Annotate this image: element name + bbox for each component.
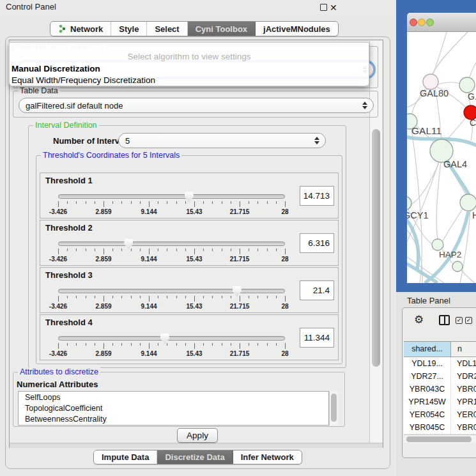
checkbox-icon[interactable]: ✓ xyxy=(465,317,472,324)
tick-label: 2.859 xyxy=(95,208,111,215)
threshold-3-value-field[interactable]: 21.4 xyxy=(300,280,334,300)
node-label-gal4: GAL4 xyxy=(443,159,467,169)
list-item[interactable]: BetweennessCentrality xyxy=(19,413,328,424)
zoom-traffic-light-icon[interactable] xyxy=(426,19,434,26)
tick-label: 15.43 xyxy=(186,208,202,215)
table-row[interactable]: YDL19...YDL1 xyxy=(404,357,476,370)
table-row[interactable]: YBR043CYBR0 xyxy=(404,383,476,395)
numerical-attributes-list[interactable]: SelfLoops TopologicalCoefficient Between… xyxy=(18,391,329,426)
table-panel-title: Table Panel xyxy=(407,296,450,305)
tick-label: 21.715 xyxy=(230,303,250,310)
threshold-1-label: Threshold 1 xyxy=(45,176,93,185)
threshold-4-value-field[interactable]: 11.344 xyxy=(300,328,334,348)
column-header-shared-name[interactable]: shared... xyxy=(404,342,451,357)
table-settings-gear-icon[interactable]: ⚙ xyxy=(414,314,424,326)
bottom-band xyxy=(10,443,383,448)
tick-label: 21.715 xyxy=(230,208,250,215)
attributes-list-scrollbar[interactable] xyxy=(329,391,338,426)
tab-impute-data[interactable]: Impute Data xyxy=(94,450,157,464)
table-panel-body: ⚙ ✓ ✓ shared... n YDL19...YDL1 YDR27...Y… xyxy=(402,307,476,458)
tab-discretize-data[interactable]: Discretize Data xyxy=(157,450,233,464)
node-label-c: C xyxy=(470,118,476,128)
network-graph: GAL80 G. C GAL11 GAL4 GCY1 H HAP2 xyxy=(407,32,476,283)
attributes-group-title: Attributes to discretize xyxy=(18,367,100,376)
tick-label: 28 xyxy=(281,208,288,215)
number-of-intervals-combobox[interactable]: 5 xyxy=(118,133,326,148)
tab-select[interactable]: Select xyxy=(147,22,187,36)
tab-jactivemnodules[interactable]: jActiveMNodules xyxy=(256,22,338,36)
column-header-name[interactable]: n xyxy=(451,342,476,357)
checkbox-icon[interactable]: ✓ xyxy=(456,317,463,324)
node-bottom[interactable] xyxy=(452,261,463,272)
minimize-traffic-light-icon[interactable] xyxy=(418,19,426,26)
threshold-3-row: Threshold 3 -3.426 2.859 9.144 15.43 21.… xyxy=(40,267,339,313)
tick-label: -3.426 xyxy=(49,256,67,263)
list-item[interactable]: SelfLoops xyxy=(19,392,328,403)
main-scrollbar-thumb[interactable] xyxy=(372,129,380,367)
dropdown-option-manual-discretization[interactable]: Manual Discretization xyxy=(12,64,100,73)
threshold-2-slider[interactable] xyxy=(58,242,285,246)
tick-label: 15.43 xyxy=(186,350,202,357)
screenshot-root: Control Panel ✕ Network Style Select Cyn… xyxy=(0,0,476,476)
table-row[interactable]: YBR045CYBR0 xyxy=(404,421,476,434)
threshold-3-slider[interactable] xyxy=(58,289,285,293)
dropdown-option-equal-width[interactable]: Equal Width/Frequency Discretization xyxy=(12,75,155,85)
table-data-group: Table Data galFiltered.sif default node xyxy=(13,91,378,118)
threshold-4-slider[interactable] xyxy=(58,336,285,341)
node-h[interactable] xyxy=(460,194,476,211)
number-of-intervals-value: 5 xyxy=(125,136,130,146)
float-window-icon[interactable] xyxy=(320,4,327,11)
close-traffic-light-icon[interactable] xyxy=(410,19,417,26)
node-label-gal11: GAL11 xyxy=(411,125,441,136)
algorithm-dropdown-popup: Select algorithm to view settings Manual… xyxy=(9,42,369,86)
apply-button[interactable]: Apply xyxy=(177,428,218,443)
tick-label: 2.859 xyxy=(95,303,111,310)
tick-label: 28 xyxy=(281,303,288,310)
threshold-1-slider[interactable] xyxy=(58,194,285,199)
table-data-combobox[interactable]: galFiltered.sif default node xyxy=(19,98,374,113)
threshold-1-value-field[interactable]: 14.713 xyxy=(300,186,334,206)
threshold-3-ticks xyxy=(58,296,285,302)
node-label-hap2: HAP2 xyxy=(439,250,461,259)
list-item[interactable]: TopologicalCoefficient xyxy=(19,403,328,413)
combo-arrows-icon xyxy=(314,137,319,144)
table-row[interactable]: YER054CYER0 xyxy=(404,408,476,421)
tick-label: -3.426 xyxy=(49,350,67,357)
tick-label: 2.859 xyxy=(95,350,111,357)
threshold-1-row: Threshold 1 -3.426 2.859 9.144 15.43 21.… xyxy=(40,173,339,219)
tab-network[interactable]: Network xyxy=(50,22,111,36)
control-panel-title: Control Panel xyxy=(6,2,56,12)
threshold-4-label: Threshold 4 xyxy=(45,318,93,327)
tab-cyni-toolbox[interactable]: Cyni Toolbox xyxy=(188,22,256,36)
tick-label: 15.43 xyxy=(186,303,202,310)
tab-infer-network[interactable]: Infer Network xyxy=(233,450,302,464)
tick-label: 28 xyxy=(281,256,288,263)
table-row[interactable]: YDR27...YDR2 xyxy=(404,370,476,383)
node-hap2[interactable] xyxy=(432,239,443,250)
node-g[interactable] xyxy=(459,77,475,93)
node-label-g: G. xyxy=(468,91,476,102)
top-tab-bar: Network Style Select Cyni Toolbox jActiv… xyxy=(50,21,339,36)
split-columns-icon[interactable] xyxy=(439,315,450,325)
table-horizontal-scrollbar[interactable] xyxy=(404,434,476,443)
tab-style[interactable]: Style xyxy=(111,22,147,36)
table-hscrollbar-thumb[interactable] xyxy=(406,436,472,442)
tick-label: -3.426 xyxy=(49,303,67,310)
table-row[interactable]: YPR145WYPR1 xyxy=(404,395,476,408)
node-table: shared... n YDL19...YDL1 YDR27...YDR2 YB… xyxy=(404,341,476,434)
node-label-gcy1: GCY1 xyxy=(407,210,429,220)
tick-label: 9.144 xyxy=(141,350,157,357)
node-label-h: H xyxy=(472,210,476,220)
tick-label: 9.144 xyxy=(141,256,157,263)
network-window-frame: GAL80 G. C GAL11 GAL4 GCY1 H HAP2 xyxy=(396,0,476,292)
network-window-titlebar[interactable] xyxy=(407,13,476,32)
node-gal80[interactable] xyxy=(423,74,438,89)
node-gcy1[interactable] xyxy=(407,196,411,210)
tick-label: 21.715 xyxy=(230,256,250,263)
threshold-1-ticks xyxy=(58,201,285,208)
threshold-2-value-field[interactable]: 6.316 xyxy=(300,233,334,253)
tick-label: 15.43 xyxy=(186,256,202,263)
network-canvas[interactable]: GAL80 G. C GAL11 GAL4 GCY1 H HAP2 xyxy=(407,32,476,283)
tab-network-label: Network xyxy=(70,24,103,34)
table-data-value: galFiltered.sif default node xyxy=(26,101,123,111)
